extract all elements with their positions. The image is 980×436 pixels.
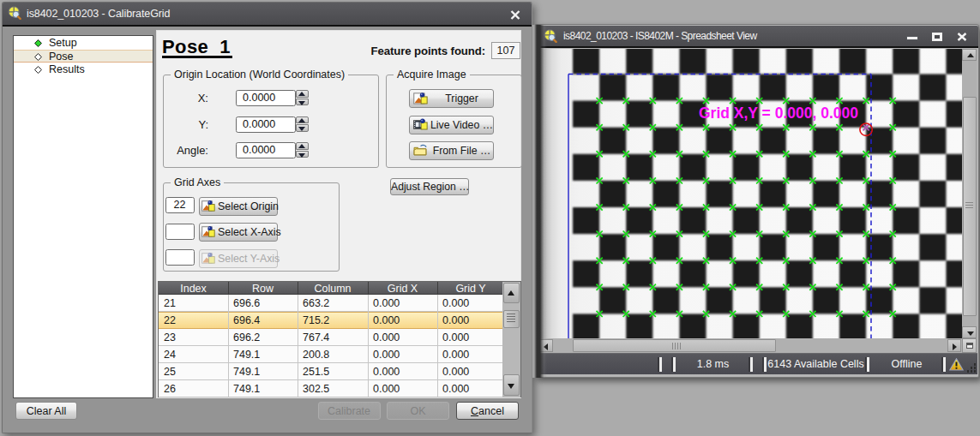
svg-text:Grid X,Y = 0.000, 0.000: Grid X,Y = 0.000, 0.000 — [699, 105, 858, 122]
